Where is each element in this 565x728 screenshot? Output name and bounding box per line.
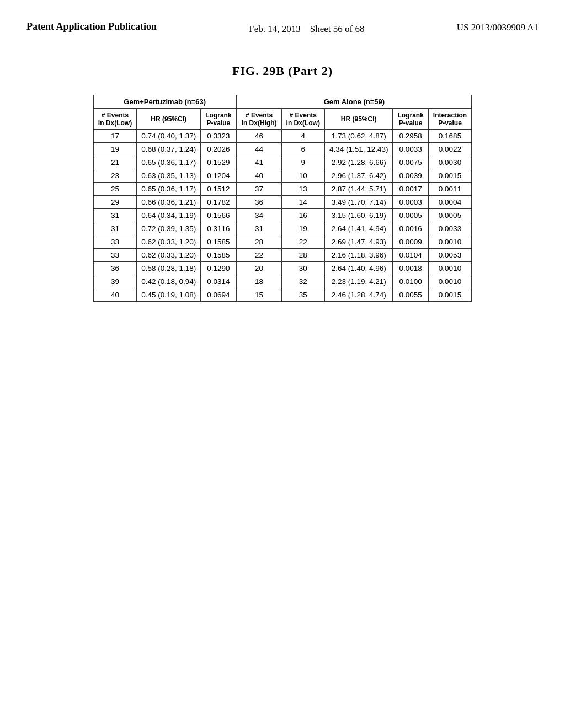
figure-title: FIG. 29B (Part 2) bbox=[0, 64, 565, 78]
table-cell: 0.62 (0.33, 1.20) bbox=[137, 248, 201, 261]
table-cell: 0.3116 bbox=[201, 222, 237, 235]
table-row: 170.74 (0.40, 1.37)0.33234641.73 (0.62, … bbox=[93, 129, 471, 142]
table-cell: 0.65 (0.36, 1.17) bbox=[137, 156, 201, 169]
table-cell: 22 bbox=[281, 235, 324, 248]
table-cell: 0.0033 bbox=[428, 222, 471, 235]
table-cell: 0.68 (0.37, 1.24) bbox=[137, 142, 201, 156]
table-row: 400.45 (0.19, 1.08)0.069415352.46 (1.28,… bbox=[93, 288, 471, 301]
table-cell: 14 bbox=[281, 195, 324, 208]
table-cell: 0.0015 bbox=[428, 288, 471, 301]
col-events-low-2: # EventsIn Dx(Low) bbox=[281, 109, 324, 130]
col-hr-2: HR (95%CI) bbox=[324, 109, 393, 130]
table-row: 250.65 (0.36, 1.17)0.151237132.87 (1.44,… bbox=[93, 182, 471, 195]
table-cell: 33 bbox=[93, 235, 136, 248]
table-row: 330.62 (0.33, 1.20)0.158522282.16 (1.18,… bbox=[93, 248, 471, 261]
table-cell: 0.0030 bbox=[428, 156, 471, 169]
table-cell: 15 bbox=[237, 288, 282, 301]
table-cell: 0.64 (0.34, 1.19) bbox=[137, 208, 201, 222]
table-cell: 0.1782 bbox=[201, 195, 237, 208]
group-header-row: Gem+Pertuzimab (n=63) Gem Alone (n=59) bbox=[93, 95, 471, 109]
table-cell: 34 bbox=[237, 208, 282, 222]
table-row: 310.64 (0.34, 1.19)0.156634163.15 (1.60,… bbox=[93, 208, 471, 222]
table-row: 330.62 (0.33, 1.20)0.158528222.69 (1.47,… bbox=[93, 235, 471, 248]
table-cell: 21 bbox=[93, 156, 136, 169]
sheet-info: Sheet 56 of 68 bbox=[310, 24, 365, 34]
table-cell: 0.0053 bbox=[428, 248, 471, 261]
table-cell: 0.0075 bbox=[393, 156, 428, 169]
table-cell: 2.64 (1.40, 4.96) bbox=[324, 261, 393, 275]
table-cell: 0.2958 bbox=[393, 129, 428, 142]
table-body: 170.74 (0.40, 1.37)0.33234641.73 (0.62, … bbox=[93, 129, 471, 301]
table-cell: 4.34 (1.51, 12.43) bbox=[324, 142, 393, 156]
table-cell: 22 bbox=[237, 248, 282, 261]
table-cell: 37 bbox=[237, 182, 282, 195]
table-cell: 29 bbox=[93, 195, 136, 208]
table-cell: 2.96 (1.37, 6.42) bbox=[324, 169, 393, 182]
table-cell: 31 bbox=[93, 222, 136, 235]
table-cell: 0.1204 bbox=[201, 169, 237, 182]
table-row: 230.63 (0.35, 1.13)0.120440102.96 (1.37,… bbox=[93, 169, 471, 182]
table-cell: 19 bbox=[93, 142, 136, 156]
table-cell: 23 bbox=[93, 169, 136, 182]
table-cell: 31 bbox=[237, 222, 282, 235]
table-cell: 0.1685 bbox=[428, 129, 471, 142]
table-cell: 1.73 (0.62, 4.87) bbox=[324, 129, 393, 142]
table-cell: 0.42 (0.18, 0.94) bbox=[137, 275, 201, 288]
column-header-row: # EventsIn Dx(Low) HR (95%CI) LogrankP-v… bbox=[93, 109, 471, 130]
table-cell: 0.62 (0.33, 1.20) bbox=[137, 235, 201, 248]
table-cell: 13 bbox=[281, 182, 324, 195]
table-cell: 0.0016 bbox=[393, 222, 428, 235]
table-cell: 2.16 (1.18, 3.96) bbox=[324, 248, 393, 261]
table-row: 310.72 (0.39, 1.35)0.311631192.64 (1.41,… bbox=[93, 222, 471, 235]
table-cell: 35 bbox=[281, 288, 324, 301]
table-cell: 0.0039 bbox=[393, 169, 428, 182]
table-cell: 3.49 (1.70, 7.14) bbox=[324, 195, 393, 208]
table-cell: 0.0314 bbox=[201, 275, 237, 288]
table-cell: 18 bbox=[237, 275, 282, 288]
table-row: 190.68 (0.37, 1.24)0.20264464.34 (1.51, … bbox=[93, 142, 471, 156]
table-cell: 0.0017 bbox=[393, 182, 428, 195]
table-cell: 0.72 (0.39, 1.35) bbox=[137, 222, 201, 235]
col-events-low-1: # EventsIn Dx(Low) bbox=[93, 109, 136, 130]
table-cell: 10 bbox=[281, 169, 324, 182]
table-cell: 0.1512 bbox=[201, 182, 237, 195]
table-row: 210.65 (0.36, 1.17)0.15294192.92 (1.28, … bbox=[93, 156, 471, 169]
table-cell: 0.1290 bbox=[201, 261, 237, 275]
table-cell: 9 bbox=[281, 156, 324, 169]
table-cell: 0.0018 bbox=[393, 261, 428, 275]
col-interaction: InteractionP-value bbox=[428, 109, 471, 130]
table-cell: 0.0010 bbox=[428, 261, 471, 275]
data-table-container: Gem+Pertuzimab (n=63) Gem Alone (n=59) #… bbox=[0, 95, 565, 302]
table-cell: 0.45 (0.19, 1.08) bbox=[137, 288, 201, 301]
results-table: Gem+Pertuzimab (n=63) Gem Alone (n=59) #… bbox=[93, 95, 472, 302]
table-cell: 0.0004 bbox=[428, 195, 471, 208]
col-events-high-2: # EventsIn Dx(High) bbox=[237, 109, 282, 130]
table-cell: 33 bbox=[93, 248, 136, 261]
table-cell: 0.0003 bbox=[393, 195, 428, 208]
col-hr-1: HR (95%CI) bbox=[137, 109, 201, 130]
table-cell: 0.1566 bbox=[201, 208, 237, 222]
table-cell: 25 bbox=[93, 182, 136, 195]
table-cell: 0.58 (0.28, 1.18) bbox=[137, 261, 201, 275]
table-cell: 0.0005 bbox=[393, 208, 428, 222]
group2-header: Gem Alone (n=59) bbox=[237, 95, 472, 109]
table-cell: 2.87 (1.44, 5.71) bbox=[324, 182, 393, 195]
table-cell: 17 bbox=[93, 129, 136, 142]
table-cell: 28 bbox=[237, 235, 282, 248]
table-row: 360.58 (0.28, 1.18)0.129020302.64 (1.40,… bbox=[93, 261, 471, 275]
publication-date: Feb. 14, 2013 bbox=[249, 24, 301, 34]
table-row: 290.66 (0.36, 1.21)0.178236143.49 (1.70,… bbox=[93, 195, 471, 208]
publication-date-sheet: Feb. 14, 2013 Sheet 56 of 68 bbox=[249, 20, 364, 36]
table-cell: 6 bbox=[281, 142, 324, 156]
table-cell: 32 bbox=[281, 275, 324, 288]
col-logrank-1: LogrankP-value bbox=[201, 109, 237, 130]
table-cell: 0.0033 bbox=[393, 142, 428, 156]
table-cell: 2.92 (1.28, 6.66) bbox=[324, 156, 393, 169]
table-cell: 0.0694 bbox=[201, 288, 237, 301]
table-cell: 16 bbox=[281, 208, 324, 222]
group1-header: Gem+Pertuzimab (n=63) bbox=[93, 95, 236, 109]
table-cell: 3.15 (1.60, 6.19) bbox=[324, 208, 393, 222]
table-cell: 44 bbox=[237, 142, 282, 156]
table-cell: 31 bbox=[93, 208, 136, 222]
table-cell: 0.3323 bbox=[201, 129, 237, 142]
